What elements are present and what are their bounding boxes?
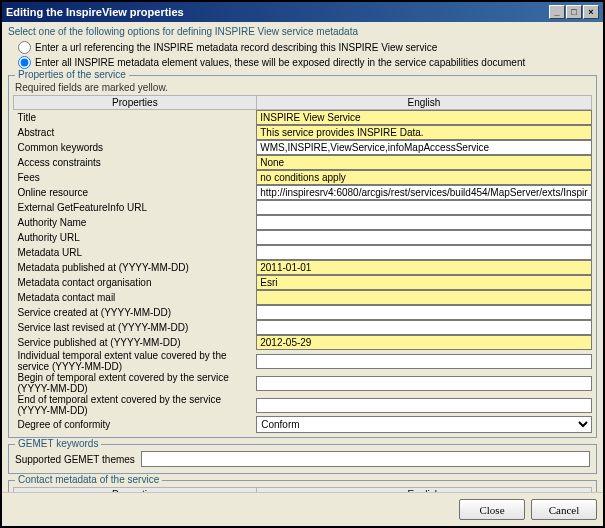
svcpub-input[interactable] [256, 335, 591, 350]
contact-col-properties: Properties [14, 488, 257, 493]
indtemp-label: Individual temporal extent value covered… [14, 350, 257, 372]
gemet-input[interactable] [141, 451, 590, 467]
online-label: Online resource [14, 185, 257, 200]
authname-input[interactable] [256, 215, 591, 230]
authurl-label: Authority URL [14, 230, 257, 245]
dialog-content: Select one of the following options for … [2, 22, 603, 492]
option-values-row[interactable]: Enter all INSPIRE metadata element value… [18, 56, 597, 69]
dialog-window: Editing the InspireView properties _ □ ×… [0, 0, 605, 528]
mdmail-label: Metadata contact mail [14, 290, 257, 305]
properties-legend: Properties of the service [15, 69, 129, 80]
mdorg-input[interactable] [256, 275, 591, 290]
svcpub-label: Service published at (YYYY-MM-DD) [14, 335, 257, 350]
window-controls: _ □ × [549, 5, 599, 19]
option-url-row[interactable]: Enter a url referencing the INSPIRE meta… [18, 41, 597, 54]
option-values-radio[interactable] [18, 56, 31, 69]
minimize-button[interactable]: _ [549, 5, 565, 19]
maximize-button[interactable]: □ [566, 5, 582, 19]
indtemp-input[interactable] [256, 354, 591, 369]
close-window-button[interactable]: × [583, 5, 599, 19]
close-button[interactable]: Close [459, 499, 525, 520]
mdurl-label: Metadata URL [14, 245, 257, 260]
titlebar: Editing the InspireView properties _ □ × [2, 2, 603, 22]
begintemp-input[interactable] [256, 376, 591, 391]
instruction-text: Select one of the following options for … [8, 26, 597, 37]
endtemp-label: End of temporal extent covered by the se… [14, 394, 257, 416]
title-input[interactable] [256, 110, 591, 125]
mdpub-input[interactable] [256, 260, 591, 275]
gfi-label: External GetFeatureInfo URL [14, 200, 257, 215]
window-title: Editing the InspireView properties [6, 6, 549, 18]
authname-label: Authority Name [14, 215, 257, 230]
properties-section: Properties of the service Required field… [8, 75, 597, 438]
contact-legend: Contact metadata of the service [15, 474, 162, 485]
abstract-input[interactable] [256, 125, 591, 140]
col-english: English [256, 96, 591, 110]
option-url-label: Enter a url referencing the INSPIRE meta… [35, 42, 437, 53]
required-note: Required fields are marked yellow. [15, 82, 592, 93]
dialog-footer: Close Cancel [2, 492, 603, 526]
keywords-input[interactable] [256, 140, 591, 155]
gfi-input[interactable] [256, 200, 591, 215]
option-url-radio[interactable] [18, 41, 31, 54]
keywords-label: Common keywords [14, 140, 257, 155]
svcrev-input[interactable] [256, 320, 591, 335]
option-values-label: Enter all INSPIRE metadata element value… [35, 57, 525, 68]
abstract-label: Abstract [14, 125, 257, 140]
col-properties: Properties [14, 96, 257, 110]
endtemp-input[interactable] [256, 398, 591, 413]
mdpub-label: Metadata published at (YYYY-MM-DD) [14, 260, 257, 275]
conformity-label: Degree of conformity [14, 416, 257, 433]
mdmail-input[interactable] [256, 290, 591, 305]
access-label: Access constraints [14, 155, 257, 170]
title-label: Title [14, 110, 257, 126]
fees-input[interactable] [256, 170, 591, 185]
mdurl-input[interactable] [256, 245, 591, 260]
gemet-legend: GEMET keywords [15, 438, 101, 449]
contact-col-english: English [256, 488, 591, 493]
access-input[interactable] [256, 155, 591, 170]
svccreated-label: Service created at (YYYY-MM-DD) [14, 305, 257, 320]
gemet-label: Supported GEMET themes [15, 454, 135, 465]
properties-table: Properties English Title Abstract Common… [13, 95, 592, 433]
contact-table: Properties English Name Organization Pos… [13, 487, 592, 492]
begintemp-label: Begin of temporal extent covered by the … [14, 372, 257, 394]
conformity-select[interactable]: Conform [256, 416, 591, 433]
contact-section: Contact metadata of the service Properti… [8, 480, 597, 492]
authurl-input[interactable] [256, 230, 591, 245]
svcrev-label: Service last revised at (YYYY-MM-DD) [14, 320, 257, 335]
gemet-section: GEMET keywords Supported GEMET themes [8, 444, 597, 474]
cancel-button[interactable]: Cancel [531, 499, 597, 520]
svccreated-input[interactable] [256, 305, 591, 320]
mdorg-label: Metadata contact organisation [14, 275, 257, 290]
online-input[interactable] [256, 185, 591, 200]
fees-label: Fees [14, 170, 257, 185]
